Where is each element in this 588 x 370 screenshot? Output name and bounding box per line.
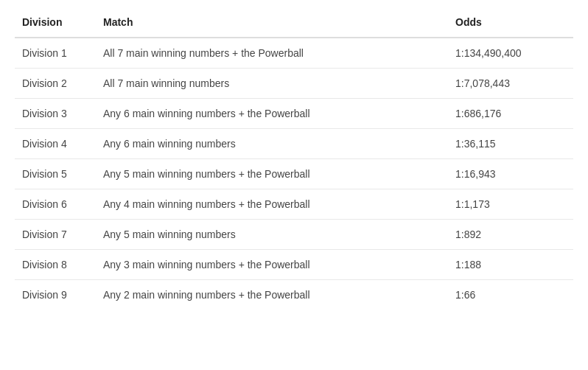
cell-division: Division 6 — [15, 189, 96, 220]
cell-match: All 7 main winning numbers — [96, 69, 448, 99]
cell-odds: 1:188 — [448, 250, 573, 280]
cell-odds: 1:36,115 — [448, 129, 573, 159]
cell-odds: 1:686,176 — [448, 99, 573, 129]
table-row: Division 1All 7 main winning numbers + t… — [15, 38, 573, 69]
cell-odds: 1:892 — [448, 220, 573, 250]
table-row: Division 5Any 5 main winning numbers + t… — [15, 159, 573, 189]
table-row: Division 3Any 6 main winning numbers + t… — [15, 99, 573, 129]
cell-match: Any 5 main winning numbers — [96, 220, 448, 250]
table-header-row: Division Match Odds — [15, 7, 573, 38]
table-row: Division 2All 7 main winning numbers1:7,… — [15, 69, 573, 99]
table-row: Division 8Any 3 main winning numbers + t… — [15, 250, 573, 280]
table-row: Division 4Any 6 main winning numbers1:36… — [15, 129, 573, 159]
cell-match: Any 3 main winning numbers + the Powerba… — [96, 250, 448, 280]
cell-odds: 1:66 — [448, 280, 573, 310]
cell-match: All 7 main winning numbers + the Powerba… — [96, 38, 448, 69]
cell-division: Division 4 — [15, 129, 96, 159]
cell-division: Division 3 — [15, 99, 96, 129]
table-row: Division 7Any 5 main winning numbers1:89… — [15, 220, 573, 250]
table-container: Division Match Odds Division 1All 7 main… — [0, 0, 588, 317]
table-row: Division 9Any 2 main winning numbers + t… — [15, 280, 573, 310]
cell-division: Division 2 — [15, 69, 96, 99]
cell-odds: 1:7,078,443 — [448, 69, 573, 99]
cell-division: Division 9 — [15, 280, 96, 310]
cell-match: Any 4 main winning numbers + the Powerba… — [96, 189, 448, 220]
cell-match: Any 2 main winning numbers + the Powerba… — [96, 280, 448, 310]
header-odds: Odds — [448, 7, 573, 38]
cell-match: Any 6 main winning numbers + the Powerba… — [96, 99, 448, 129]
divisions-table: Division Match Odds Division 1All 7 main… — [15, 7, 573, 310]
cell-match: Any 6 main winning numbers — [96, 129, 448, 159]
header-division: Division — [15, 7, 96, 38]
cell-match: Any 5 main winning numbers + the Powerba… — [96, 159, 448, 189]
table-row: Division 6Any 4 main winning numbers + t… — [15, 189, 573, 220]
cell-odds: 1:134,490,400 — [448, 38, 573, 69]
header-match: Match — [96, 7, 448, 38]
cell-division: Division 7 — [15, 220, 96, 250]
cell-division: Division 8 — [15, 250, 96, 280]
cell-odds: 1:1,173 — [448, 189, 573, 220]
cell-division: Division 1 — [15, 38, 96, 69]
cell-odds: 1:16,943 — [448, 159, 573, 189]
cell-division: Division 5 — [15, 159, 96, 189]
